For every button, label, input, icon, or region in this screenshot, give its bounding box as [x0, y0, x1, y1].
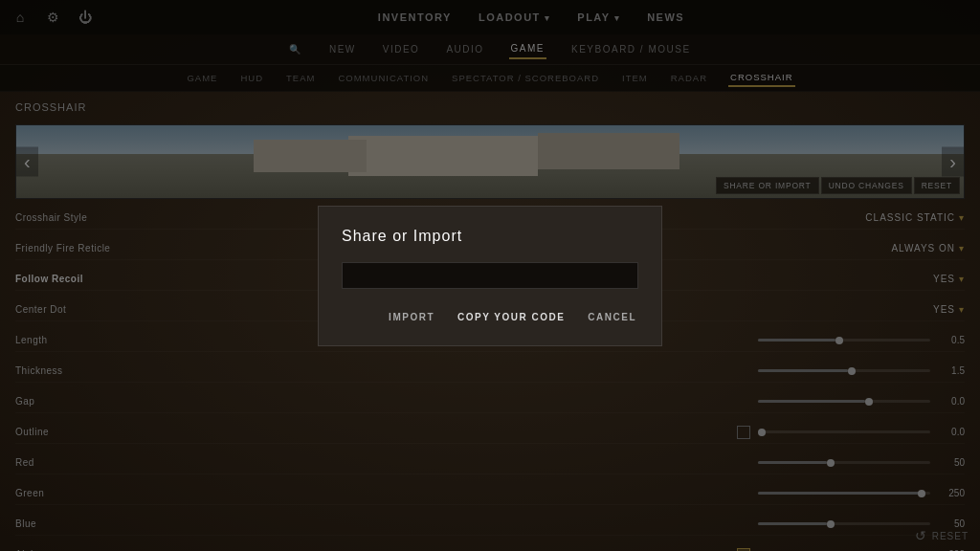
import-button[interactable]: IMPORT [387, 308, 436, 326]
modal-overlay[interactable]: Share or Import IMPORT COPY YOUR CODE CA… [0, 0, 980, 551]
modal-title: Share or Import [342, 228, 638, 245]
modal-actions: IMPORT COPY YOUR CODE CANCEL [342, 308, 638, 326]
copy-code-button[interactable]: COPY YOUR CODE [456, 308, 567, 326]
share-import-modal: Share or Import IMPORT COPY YOUR CODE CA… [318, 206, 662, 346]
modal-code-input[interactable] [342, 262, 638, 289]
cancel-button[interactable]: CANCEL [586, 308, 638, 326]
